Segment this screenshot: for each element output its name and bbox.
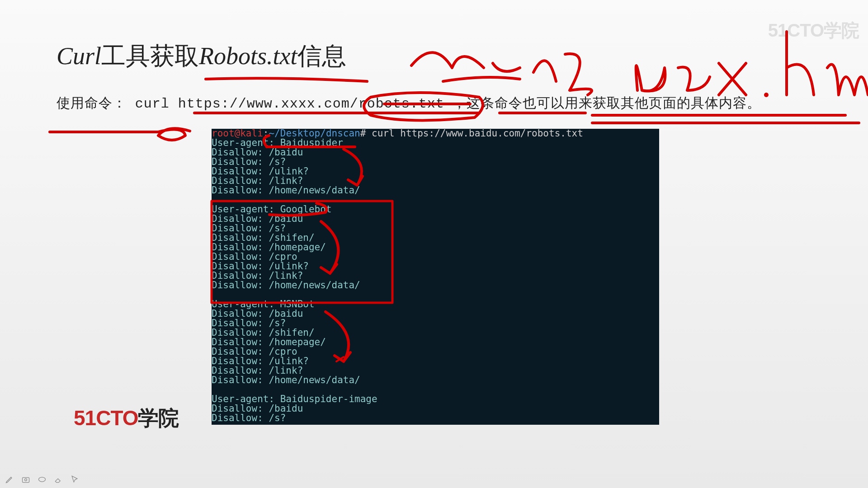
title-prefix: Curl bbox=[57, 42, 101, 70]
svg-point-2 bbox=[39, 477, 46, 482]
logo-en: 51CTO bbox=[74, 406, 138, 430]
watermark: 51CTO学院 bbox=[768, 18, 859, 43]
prompt-hash: # bbox=[360, 129, 366, 139]
ellipse-icon[interactable] bbox=[37, 474, 47, 484]
cursor-icon[interactable] bbox=[70, 474, 80, 484]
slide: Curl工具获取Robots.txt信息 使用命令： curl https://… bbox=[0, 0, 868, 488]
camera-icon[interactable] bbox=[21, 474, 31, 484]
logo-cn: 学院 bbox=[138, 406, 179, 430]
eraser-icon[interactable] bbox=[53, 474, 63, 484]
b1-4: Disallow: /home/news/data/ bbox=[212, 185, 360, 196]
title-suffix: Robots.txt bbox=[199, 42, 297, 70]
b4-1: Disallow: /s? bbox=[212, 413, 286, 423]
subtitle: 使用命令： curl https://www.xxxx.com/robots.t… bbox=[57, 94, 761, 113]
b2-7: Disallow: /home/news/data/ bbox=[212, 280, 360, 291]
pen-icon[interactable] bbox=[5, 474, 14, 484]
title-cn: 工具获取 bbox=[101, 42, 199, 70]
slide-title: Curl工具获取Robots.txt信息 bbox=[57, 40, 346, 73]
title-tail: 信息 bbox=[297, 42, 346, 70]
prompt-cmd: curl https://www.baidu.com/robots.txt bbox=[372, 129, 583, 139]
svg-point-3 bbox=[764, 93, 769, 97]
subtitle-cmd: curl https://www.xxxx.com/robots.txt bbox=[135, 96, 444, 112]
subtitle-label: 使用命令： bbox=[57, 95, 127, 110]
svg-point-1 bbox=[25, 479, 27, 481]
svg-rect-0 bbox=[23, 478, 29, 483]
logo: 51CTO学院 bbox=[74, 404, 179, 432]
subtitle-tail: ，这条命令也可以用来获取其他页面的具体内容。 bbox=[453, 95, 761, 110]
b3-7: Disallow: /home/news/data/ bbox=[212, 375, 360, 385]
terminal-output: root@kali:~/Desktop/dnscan# curl https:/… bbox=[212, 129, 659, 425]
toolbar bbox=[5, 474, 80, 484]
